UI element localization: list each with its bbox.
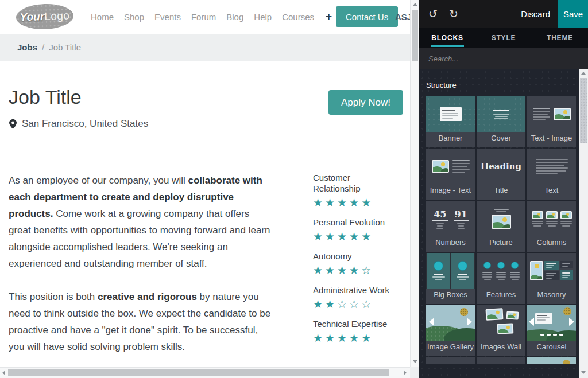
- block-label: Image - Text: [426, 184, 475, 200]
- horizontal-scroll-thumb[interactable]: [8, 369, 389, 376]
- skill-personal-evolution: Personal Evolution ★★★★★: [313, 217, 399, 243]
- skill-label: Autonomy: [313, 251, 399, 262]
- block-columns[interactable]: Columns: [527, 201, 576, 252]
- features-thumbnail: [477, 253, 525, 289]
- nav-item-courses[interactable]: Courses: [282, 12, 314, 22]
- block-label: Images Wall: [477, 341, 525, 356]
- block-image-gallery[interactable]: Image Gallery: [426, 305, 475, 356]
- breadcrumb-current: Job Title: [49, 42, 81, 52]
- block-banner[interactable]: Banner: [426, 96, 475, 147]
- site-logo[interactable]: YourLogo: [16, 3, 74, 30]
- panel-scroll-up-arrow[interactable]: [581, 72, 586, 75]
- breadcrumb-jobs-link[interactable]: Jobs: [17, 42, 37, 52]
- discard-button[interactable]: Discard: [521, 0, 550, 28]
- carousel-prev-arrow-icon: [529, 318, 534, 326]
- nav-item-home[interactable]: Home: [91, 12, 114, 22]
- scroll-left-arrow[interactable]: [2, 371, 5, 375]
- panel-scrollbar[interactable]: [579, 69, 588, 378]
- block-text[interactable]: Text: [527, 149, 576, 200]
- image-text-thumbnail: [426, 149, 475, 184]
- block-partial-3[interactable]: [527, 357, 576, 364]
- add-menu-icon[interactable]: +: [326, 10, 332, 23]
- panel-scroll-thumb[interactable]: [580, 78, 587, 143]
- tab-blocks[interactable]: BLOCKS: [419, 28, 475, 48]
- editor-tabs: BLOCKS STYLE THEME: [419, 28, 588, 48]
- block-big-boxes[interactable]: Big Boxes: [426, 253, 475, 304]
- masonry-thumbnail: [527, 253, 576, 289]
- block-label: Features: [477, 289, 525, 304]
- block-numbers[interactable]: 45 91 Numbers: [426, 201, 475, 252]
- title-thumbnail: Heading: [477, 149, 525, 184]
- breadcrumb-separator: /: [42, 42, 44, 52]
- picture-thumbnail: [477, 201, 525, 236]
- skill-administrative-work: Administrative Work ★★☆☆☆: [313, 285, 399, 311]
- skill-customer-relationship: Customer Relationship ★★★★★: [313, 172, 399, 209]
- block-images-wall[interactable]: Images Wall: [477, 305, 525, 356]
- undo-icon[interactable]: ↺: [428, 7, 438, 20]
- cover-thumbnail: [477, 96, 525, 132]
- block-label: Title: [477, 184, 525, 200]
- heading-sample-text: Heading: [481, 161, 521, 172]
- logo-word-your: Your: [20, 10, 44, 24]
- skill-label: Administrative Work: [313, 285, 399, 295]
- apply-now-button[interactable]: Apply Now!: [328, 90, 403, 115]
- star-rating: ★★★★★: [313, 229, 399, 243]
- redo-icon[interactable]: ↻: [449, 7, 458, 20]
- skill-label: Personal Evolution: [313, 217, 399, 228]
- carousel-thumbnail: [527, 305, 576, 341]
- skill-autonomy: Autonomy ★★★★☆: [313, 251, 399, 277]
- content-horizontal-scrollbar[interactable]: [0, 367, 410, 378]
- save-button[interactable]: Save: [558, 0, 588, 28]
- block-label: Cover: [477, 132, 525, 147]
- scroll-right-arrow[interactable]: [404, 371, 407, 375]
- block-text-image[interactable]: Text - Image: [527, 96, 576, 147]
- text-image-thumbnail: [527, 96, 576, 132]
- block-cover[interactable]: Cover: [477, 96, 525, 147]
- page-title: Job Title: [9, 86, 82, 108]
- block-features[interactable]: Features: [477, 253, 525, 304]
- block-label: Text - Image: [527, 132, 576, 147]
- app-window: YourLogo Home Shop Events Forum Blog Hel…: [0, 0, 588, 378]
- carousel-next-arrow-icon: [569, 318, 574, 326]
- columns-thumbnail: [527, 201, 576, 236]
- tab-style[interactable]: STYLE: [475, 28, 532, 48]
- nav-item-blog[interactable]: Blog: [226, 12, 243, 22]
- site-nav-links: Home Shop Events Forum Blog Help Courses…: [91, 0, 332, 33]
- scrollbar-corner: [410, 367, 419, 378]
- block-masonry[interactable]: Masonry: [527, 253, 576, 304]
- block-label: Text: [527, 184, 576, 200]
- editor-topbar: ↺ ↻ Discard Save: [419, 0, 588, 28]
- nav-item-events[interactable]: Events: [154, 12, 181, 22]
- tab-theme[interactable]: THEME: [532, 28, 588, 48]
- nav-item-shop[interactable]: Shop: [124, 12, 144, 22]
- paragraph-text: As an employee of our company, you will: [9, 175, 188, 186]
- content-vertical-scrollbar[interactable]: [410, 0, 419, 367]
- block-picture[interactable]: Picture: [477, 201, 525, 252]
- nav-item-forum[interactable]: Forum: [191, 12, 216, 22]
- user-initials-badge[interactable]: ASJ: [395, 0, 410, 33]
- scroll-down-arrow[interactable]: [413, 360, 417, 363]
- block-partial-2[interactable]: [477, 357, 525, 364]
- panel-scroll-down-arrow[interactable]: [581, 371, 586, 374]
- number-sample-2: 91: [454, 209, 469, 221]
- block-partial-1[interactable]: [426, 357, 475, 364]
- skill-label: Customer Relationship: [313, 172, 399, 194]
- paragraph-bold-text: creative and rigorous: [98, 291, 197, 302]
- contact-us-button[interactable]: Contact Us: [336, 6, 398, 27]
- nav-item-help[interactable]: Help: [254, 12, 272, 22]
- job-paragraph-1: As an employee of our company, you will …: [9, 172, 271, 272]
- skill-label: Technical Expertise: [313, 318, 399, 329]
- star-rating: ★★★★★: [313, 196, 399, 209]
- numbers-thumbnail: 45 91: [426, 201, 475, 236]
- block-title[interactable]: Heading Title: [477, 149, 525, 200]
- vertical-scroll-thumb[interactable]: [412, 10, 418, 61]
- paragraph-text: This position is both: [9, 291, 98, 302]
- text-thumbnail: [527, 149, 576, 184]
- star-rating: ★★★★☆: [313, 263, 399, 277]
- scroll-up-arrow[interactable]: [413, 3, 417, 6]
- job-paragraph-2: This position is both creative and rigor…: [9, 289, 271, 355]
- block-image-text[interactable]: Image - Text: [426, 149, 475, 200]
- blocks-search-input[interactable]: [419, 54, 588, 63]
- big-boxes-thumbnail: [426, 253, 475, 289]
- block-carousel[interactable]: Carousel: [527, 305, 576, 356]
